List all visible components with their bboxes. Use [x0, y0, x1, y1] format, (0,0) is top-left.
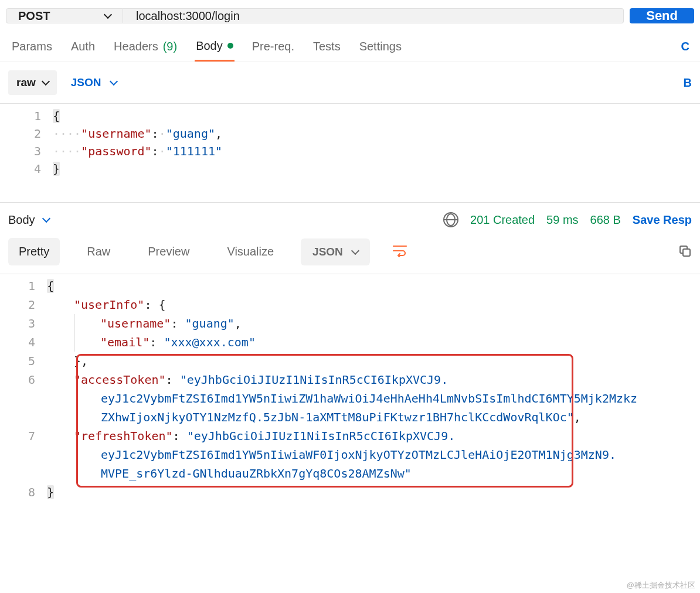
code-line[interactable]: 4}	[0, 160, 700, 178]
content-type-select[interactable]: JSON	[71, 76, 117, 89]
code-content: "userInfo": {	[47, 295, 700, 314]
http-method-value: POST	[18, 9, 50, 23]
response-line[interactable]: 3"username": "guang",	[0, 314, 700, 333]
response-content-type-select[interactable]: JSON	[301, 238, 370, 265]
response-line[interactable]: 2"userInfo": {	[0, 295, 700, 314]
code-content: "username": "guang",	[47, 314, 700, 333]
copy-icon[interactable]	[678, 244, 692, 260]
viewtab-visualize[interactable]: Visualize	[216, 238, 284, 265]
svg-rect-1	[683, 249, 690, 256]
line-number: 1	[0, 107, 53, 125]
code-content: {	[47, 277, 700, 295]
line-number: 7	[0, 427, 47, 483]
code-content: }	[47, 483, 700, 502]
chevron-down-icon	[109, 77, 117, 86]
beautify-link[interactable]: B	[684, 76, 692, 90]
response-size: 668 B	[590, 213, 621, 227]
cookies-link[interactable]: C	[681, 40, 689, 53]
response-bar: Body 201 Created 59 ms 668 B Save Resp	[0, 203, 700, 233]
tab-settings[interactable]: Settings	[358, 33, 403, 60]
code-line[interactable]: 1{	[0, 107, 700, 125]
tab-body[interactable]: Body	[195, 32, 235, 62]
line-number: 6	[0, 370, 47, 427]
response-status: 201 Created	[470, 213, 535, 227]
code-content: ····"password":·"111111"	[53, 142, 222, 160]
response-line[interactable]: 6"accessToken": "eyJhbGciOiJIUzI1NiIsInR…	[0, 370, 700, 427]
url-input[interactable]: localhost:3000/login	[123, 8, 624, 23]
tab-params[interactable]: Params	[11, 33, 53, 60]
send-label: Send	[646, 8, 678, 23]
code-content: "refreshToken": "eyJhbGciOiJIUzI1NiIsInR…	[47, 427, 700, 483]
viewtab-raw[interactable]: Raw	[76, 238, 121, 265]
line-number: 2	[0, 295, 47, 314]
tab-tests[interactable]: Tests	[312, 33, 342, 60]
http-method-select[interactable]: POST	[6, 8, 123, 23]
send-button[interactable]: Send	[630, 8, 694, 23]
response-body-viewer[interactable]: 1{2"userInfo": {3"username": "guang",4"e…	[0, 274, 700, 502]
tab-headers[interactable]: Headers (9)	[113, 33, 178, 60]
response-line[interactable]: 4"email": "xxx@xxx.com"	[0, 333, 700, 352]
url-value: localhost:3000/login	[136, 9, 240, 23]
chevron-down-icon	[351, 246, 359, 254]
response-line[interactable]: 7"refreshToken": "eyJhbGciOiJIUzI1NiIsIn…	[0, 427, 700, 483]
code-content: },	[47, 352, 700, 370]
line-number: 1	[0, 277, 47, 295]
line-number: 5	[0, 352, 47, 370]
tab-prerequest[interactable]: Pre-req.	[251, 33, 295, 60]
line-number: 4	[0, 160, 53, 178]
line-number: 3	[0, 314, 47, 333]
response-viewmode-bar: Pretty Raw Preview Visualize JSON	[0, 233, 700, 274]
code-line[interactable]: 3····"password":·"111111"	[0, 142, 700, 160]
viewtab-pretty[interactable]: Pretty	[8, 238, 60, 265]
response-time: 59 ms	[546, 213, 578, 227]
line-number: 8	[0, 483, 47, 502]
chevron-down-icon	[104, 11, 112, 19]
code-content: "accessToken": "eyJhbGciOiJIUzI1NiIsInR5…	[47, 370, 700, 427]
line-number: 3	[0, 142, 53, 160]
globe-icon[interactable]	[443, 212, 458, 227]
response-tab-select[interactable]: Body	[8, 213, 49, 227]
body-active-dot-icon	[227, 43, 233, 49]
code-content: {	[53, 107, 60, 125]
request-body-editor[interactable]: 1{2····"username":·"guang",3····"passwor…	[0, 103, 700, 203]
response-line[interactable]: 1{	[0, 277, 700, 295]
chevron-down-icon	[42, 77, 50, 86]
tab-auth[interactable]: Auth	[70, 33, 96, 60]
line-number: 2	[0, 125, 53, 142]
headers-count: (9)	[163, 40, 177, 53]
wrap-lines-icon[interactable]	[386, 238, 413, 265]
code-content: }	[53, 160, 60, 178]
request-tabs: Params Auth Headers (9) Body Pre-req. Te…	[0, 32, 700, 62]
code-content: ····"username":·"guang",	[53, 125, 222, 142]
code-line[interactable]: 2····"username":·"guang",	[0, 125, 700, 142]
body-mode-select[interactable]: raw	[8, 70, 57, 95]
viewtab-preview[interactable]: Preview	[137, 238, 200, 265]
chevron-down-icon	[42, 214, 50, 223]
save-response-button[interactable]: Save Resp	[633, 213, 692, 227]
response-line[interactable]: 5},	[0, 352, 700, 370]
response-line[interactable]: 8}	[0, 483, 700, 502]
line-number: 4	[0, 333, 47, 352]
code-content: "email": "xxx@xxx.com"	[47, 333, 700, 352]
body-subbar: raw JSON B	[0, 62, 700, 103]
